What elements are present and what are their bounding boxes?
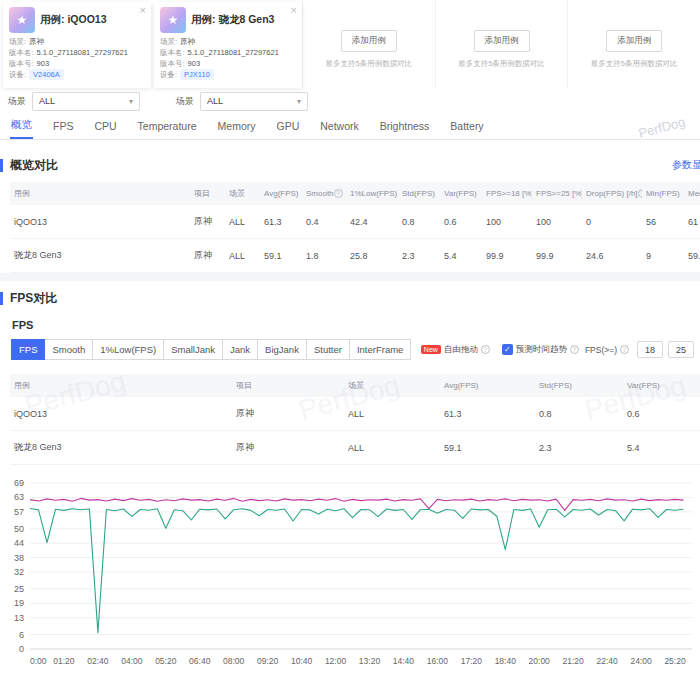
svg-text:6: 6 xyxy=(19,630,24,640)
add-case-slot: 添加用例 最多支持5条用例数据对比 xyxy=(567,0,700,88)
add-case-hint: 最多支持5条用例数据对比 xyxy=(591,59,678,69)
fps-compare-panel: FPS对比 FPS FPS Smooth 1%Low(FPS) SmallJan… xyxy=(0,281,700,687)
version-line: 版本号:903 xyxy=(160,58,296,69)
close-icon[interactable]: × xyxy=(291,4,297,16)
table-row: iQOO13原神 ALL61.3 0.80.6 xyxy=(10,397,700,431)
scene-select-label: 场景 xyxy=(8,95,26,108)
chevron-down-icon: ▾ xyxy=(129,97,133,106)
case-cards-bar: × ★ 用例: iQOO13 场景:原神 版本名:5.1.0_27118081_… xyxy=(0,0,700,88)
trend-label: 预测时间趋势 xyxy=(516,344,567,356)
metric-tab-smalljank[interactable]: SmallJank xyxy=(163,339,223,360)
table-header-row: 用例 项目 场景 Avg(FPS) Std(FPS) Var(FPS) xyxy=(10,374,700,397)
fps-metric-row: FPS Smooth 1%Low(FPS) SmallJank Jank Big… xyxy=(0,339,700,368)
fps-threshold-label: FPS(>=) xyxy=(585,345,617,355)
svg-text:01:20: 01:20 xyxy=(53,656,75,666)
svg-text:0:00: 0:00 xyxy=(30,656,47,666)
svg-text:06:40: 06:40 xyxy=(189,656,211,666)
info-icon[interactable] xyxy=(570,345,579,354)
tab-fps[interactable]: FPS xyxy=(52,115,74,139)
svg-text:22:40: 22:40 xyxy=(596,656,618,666)
metric-tab-interframe[interactable]: InterFrame xyxy=(349,339,411,360)
svg-text:13:20: 13:20 xyxy=(359,656,381,666)
add-case-button[interactable]: 添加用例 xyxy=(341,30,397,52)
chevron-down-icon: ▾ xyxy=(297,97,301,106)
svg-text:19: 19 xyxy=(14,598,24,608)
device-line: 设备:PJX110 xyxy=(160,69,296,80)
svg-text:44: 44 xyxy=(14,538,24,548)
overview-title: 概览对比 xyxy=(10,157,58,174)
fps-threshold-input-1[interactable] xyxy=(637,341,663,358)
metric-tab-smooth[interactable]: Smooth xyxy=(44,339,93,360)
svg-text:50: 50 xyxy=(14,524,24,534)
accent-bar xyxy=(0,159,3,172)
metric-tab-stutter[interactable]: Stutter xyxy=(306,339,350,360)
version-name-line: 版本名:5.1.0_27118081_27297621 xyxy=(9,47,145,58)
svg-text:12:00: 12:00 xyxy=(325,656,347,666)
svg-text:21:20: 21:20 xyxy=(563,656,585,666)
svg-text:18:40: 18:40 xyxy=(495,656,517,666)
metric-segmented-control: FPS Smooth 1%Low(FPS) SmallJank Jank Big… xyxy=(12,339,411,360)
svg-text:02:40: 02:40 xyxy=(87,656,109,666)
scene-select-2[interactable]: ALL ▾ xyxy=(200,92,308,111)
table-header-row: 用例 项目 场景 Avg(FPS) Smooth 1%Low(FPS) Std(… xyxy=(10,182,700,205)
fps-threshold-input-2[interactable] xyxy=(668,341,694,358)
add-case-button[interactable]: 添加用例 xyxy=(606,30,662,52)
main-content: 概览对比 参数显示 用例 项目 场景 Avg(FPS) xyxy=(0,148,700,687)
tab-temperature[interactable]: Temperature xyxy=(137,115,198,139)
svg-text:04:00: 04:00 xyxy=(121,656,143,666)
svg-text:0: 0 xyxy=(19,644,24,654)
svg-text:25:20: 25:20 xyxy=(664,656,686,666)
svg-text:05:20: 05:20 xyxy=(155,656,177,666)
close-icon[interactable]: × xyxy=(140,4,146,16)
fps-compare-title: FPS对比 xyxy=(10,290,57,307)
scene-select-1[interactable]: ALL ▾ xyxy=(32,92,140,111)
device-badge: PJX110 xyxy=(180,69,214,80)
overview-table: 用例 项目 场景 Avg(FPS) Smooth 1%Low(FPS) Std(… xyxy=(10,182,700,273)
svg-text:24:00: 24:00 xyxy=(630,656,652,666)
metric-tab-1pct-low[interactable]: 1%Low(FPS) xyxy=(92,339,164,360)
fps-line-chart: 06131925323844505763690:0001:2002:4004:0… xyxy=(0,473,700,681)
accent-bar xyxy=(0,292,3,305)
svg-text:14:40: 14:40 xyxy=(393,656,415,666)
case-avatar: ★ xyxy=(160,7,186,33)
tab-network[interactable]: Network xyxy=(319,115,360,139)
add-case-slot: 添加用例 最多支持5条用例数据对比 xyxy=(302,0,435,88)
tab-overview[interactable]: 概览 xyxy=(10,113,33,139)
svg-text:38: 38 xyxy=(14,553,24,563)
version-name-line: 版本名:5.1.0_27118081_27297621 xyxy=(160,47,296,58)
table-row: iQOO13原神 ALL61.3 0.442.4 0.80.6 100100 0… xyxy=(10,205,700,239)
tab-gpu[interactable]: GPU xyxy=(275,115,300,139)
metric-tabbar: 概览 FPS CPU Temperature Memory GPU Networ… xyxy=(0,114,700,140)
info-icon[interactable] xyxy=(638,189,642,198)
add-case-button[interactable]: 添加用例 xyxy=(474,30,530,52)
svg-text:25: 25 xyxy=(14,584,24,594)
tab-memory[interactable]: Memory xyxy=(217,115,257,139)
svg-text:57: 57 xyxy=(14,507,24,517)
svg-text:63: 63 xyxy=(14,492,24,502)
metric-tab-fps[interactable]: FPS xyxy=(11,339,45,360)
info-icon[interactable] xyxy=(481,345,490,354)
svg-text:20:00: 20:00 xyxy=(529,656,551,666)
add-case-slot: 添加用例 最多支持5条用例数据对比 xyxy=(435,0,568,88)
table-row: 骁龙8 Gen3原神 ALL59.1 1.825.8 2.35.4 99.999… xyxy=(10,239,700,273)
svg-text:69: 69 xyxy=(14,478,24,488)
add-case-hint: 最多支持5条用例数据对比 xyxy=(458,59,545,69)
metric-tab-jank[interactable]: Jank xyxy=(222,339,258,360)
svg-text:08:00: 08:00 xyxy=(223,656,245,666)
svg-text:16:00: 16:00 xyxy=(427,656,449,666)
info-icon[interactable] xyxy=(620,345,629,354)
tab-cpu[interactable]: CPU xyxy=(93,115,117,139)
device-badge: V2406A xyxy=(29,69,64,80)
trend-checkbox[interactable] xyxy=(502,344,513,355)
params-display-link[interactable]: 参数显示 xyxy=(672,158,700,172)
info-icon[interactable] xyxy=(334,189,343,198)
tab-battery[interactable]: Battery xyxy=(449,115,484,139)
case-card-snapdragon8gen3: × ★ 用例: 骁龙8 Gen3 场景:原神 版本名:5.1.0_2711808… xyxy=(154,2,302,88)
svg-text:09:20: 09:20 xyxy=(257,656,279,666)
svg-text:17:20: 17:20 xyxy=(461,656,483,666)
fps-subtitle: FPS xyxy=(12,319,700,331)
svg-text:10:40: 10:40 xyxy=(291,656,313,666)
tab-brightness[interactable]: Brightness xyxy=(379,115,431,139)
metric-tab-bigjank[interactable]: BigJank xyxy=(257,339,307,360)
fps-chart-area: 06131925323844505763690:0001:2002:4004:0… xyxy=(0,473,700,685)
